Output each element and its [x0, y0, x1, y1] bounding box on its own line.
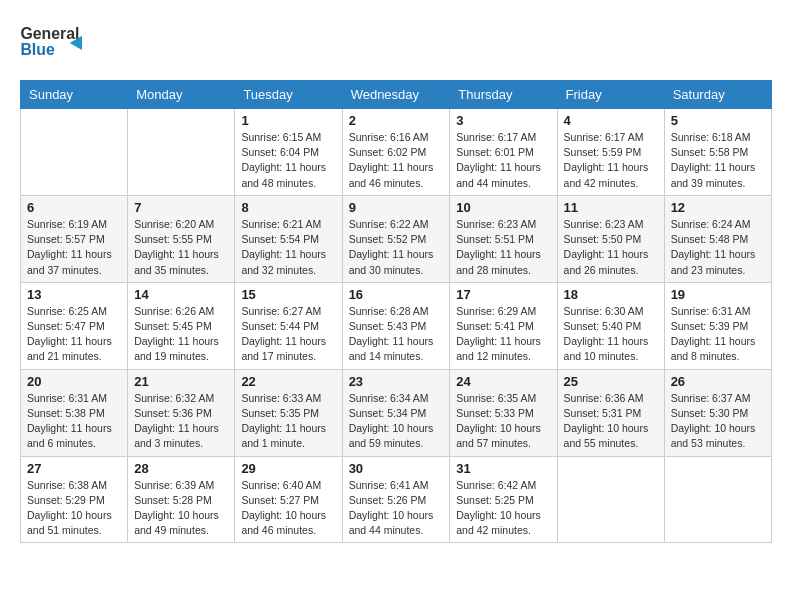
- header-friday: Friday: [557, 81, 664, 109]
- day-number: 24: [456, 374, 550, 389]
- day-cell: 10Sunrise: 6:23 AM Sunset: 5:51 PM Dayli…: [450, 195, 557, 282]
- day-cell: 21Sunrise: 6:32 AM Sunset: 5:36 PM Dayli…: [128, 369, 235, 456]
- day-info: Sunrise: 6:17 AM Sunset: 6:01 PM Dayligh…: [456, 130, 550, 191]
- day-info: Sunrise: 6:32 AM Sunset: 5:36 PM Dayligh…: [134, 391, 228, 452]
- day-number: 20: [27, 374, 121, 389]
- day-info: Sunrise: 6:21 AM Sunset: 5:54 PM Dayligh…: [241, 217, 335, 278]
- day-cell: 11Sunrise: 6:23 AM Sunset: 5:50 PM Dayli…: [557, 195, 664, 282]
- day-cell: 29Sunrise: 6:40 AM Sunset: 5:27 PM Dayli…: [235, 456, 342, 543]
- day-number: 14: [134, 287, 228, 302]
- day-number: 9: [349, 200, 444, 215]
- week-row-2: 13Sunrise: 6:25 AM Sunset: 5:47 PM Dayli…: [21, 282, 772, 369]
- day-number: 12: [671, 200, 765, 215]
- day-info: Sunrise: 6:25 AM Sunset: 5:47 PM Dayligh…: [27, 304, 121, 365]
- day-cell: 27Sunrise: 6:38 AM Sunset: 5:29 PM Dayli…: [21, 456, 128, 543]
- day-number: 13: [27, 287, 121, 302]
- svg-text:Blue: Blue: [20, 41, 54, 58]
- day-number: 5: [671, 113, 765, 128]
- day-info: Sunrise: 6:31 AM Sunset: 5:39 PM Dayligh…: [671, 304, 765, 365]
- day-number: 3: [456, 113, 550, 128]
- day-info: Sunrise: 6:29 AM Sunset: 5:41 PM Dayligh…: [456, 304, 550, 365]
- day-number: 2: [349, 113, 444, 128]
- calendar-table: SundayMondayTuesdayWednesdayThursdayFrid…: [20, 80, 772, 543]
- day-info: Sunrise: 6:27 AM Sunset: 5:44 PM Dayligh…: [241, 304, 335, 365]
- day-number: 16: [349, 287, 444, 302]
- day-info: Sunrise: 6:40 AM Sunset: 5:27 PM Dayligh…: [241, 478, 335, 539]
- day-cell: [664, 456, 771, 543]
- day-number: 23: [349, 374, 444, 389]
- day-cell: 6Sunrise: 6:19 AM Sunset: 5:57 PM Daylig…: [21, 195, 128, 282]
- day-info: Sunrise: 6:28 AM Sunset: 5:43 PM Dayligh…: [349, 304, 444, 365]
- day-info: Sunrise: 6:18 AM Sunset: 5:58 PM Dayligh…: [671, 130, 765, 191]
- day-info: Sunrise: 6:23 AM Sunset: 5:50 PM Dayligh…: [564, 217, 658, 278]
- day-cell: 14Sunrise: 6:26 AM Sunset: 5:45 PM Dayli…: [128, 282, 235, 369]
- day-info: Sunrise: 6:20 AM Sunset: 5:55 PM Dayligh…: [134, 217, 228, 278]
- day-cell: 16Sunrise: 6:28 AM Sunset: 5:43 PM Dayli…: [342, 282, 450, 369]
- day-cell: 17Sunrise: 6:29 AM Sunset: 5:41 PM Dayli…: [450, 282, 557, 369]
- day-info: Sunrise: 6:38 AM Sunset: 5:29 PM Dayligh…: [27, 478, 121, 539]
- day-info: Sunrise: 6:35 AM Sunset: 5:33 PM Dayligh…: [456, 391, 550, 452]
- day-info: Sunrise: 6:22 AM Sunset: 5:52 PM Dayligh…: [349, 217, 444, 278]
- day-info: Sunrise: 6:30 AM Sunset: 5:40 PM Dayligh…: [564, 304, 658, 365]
- day-cell: 8Sunrise: 6:21 AM Sunset: 5:54 PM Daylig…: [235, 195, 342, 282]
- day-number: 28: [134, 461, 228, 476]
- day-number: 17: [456, 287, 550, 302]
- day-cell: 25Sunrise: 6:36 AM Sunset: 5:31 PM Dayli…: [557, 369, 664, 456]
- day-cell: [557, 456, 664, 543]
- day-number: 7: [134, 200, 228, 215]
- week-row-3: 20Sunrise: 6:31 AM Sunset: 5:38 PM Dayli…: [21, 369, 772, 456]
- day-cell: 30Sunrise: 6:41 AM Sunset: 5:26 PM Dayli…: [342, 456, 450, 543]
- day-info: Sunrise: 6:42 AM Sunset: 5:25 PM Dayligh…: [456, 478, 550, 539]
- day-cell: [21, 109, 128, 196]
- day-cell: 23Sunrise: 6:34 AM Sunset: 5:34 PM Dayli…: [342, 369, 450, 456]
- header-thursday: Thursday: [450, 81, 557, 109]
- day-number: 31: [456, 461, 550, 476]
- day-cell: 19Sunrise: 6:31 AM Sunset: 5:39 PM Dayli…: [664, 282, 771, 369]
- day-cell: 20Sunrise: 6:31 AM Sunset: 5:38 PM Dayli…: [21, 369, 128, 456]
- day-info: Sunrise: 6:39 AM Sunset: 5:28 PM Dayligh…: [134, 478, 228, 539]
- header-wednesday: Wednesday: [342, 81, 450, 109]
- header-saturday: Saturday: [664, 81, 771, 109]
- day-info: Sunrise: 6:17 AM Sunset: 5:59 PM Dayligh…: [564, 130, 658, 191]
- day-cell: 18Sunrise: 6:30 AM Sunset: 5:40 PM Dayli…: [557, 282, 664, 369]
- day-cell: 31Sunrise: 6:42 AM Sunset: 5:25 PM Dayli…: [450, 456, 557, 543]
- day-cell: 28Sunrise: 6:39 AM Sunset: 5:28 PM Dayli…: [128, 456, 235, 543]
- day-info: Sunrise: 6:33 AM Sunset: 5:35 PM Dayligh…: [241, 391, 335, 452]
- day-cell: 2Sunrise: 6:16 AM Sunset: 6:02 PM Daylig…: [342, 109, 450, 196]
- day-info: Sunrise: 6:34 AM Sunset: 5:34 PM Dayligh…: [349, 391, 444, 452]
- day-number: 22: [241, 374, 335, 389]
- day-cell: 7Sunrise: 6:20 AM Sunset: 5:55 PM Daylig…: [128, 195, 235, 282]
- day-info: Sunrise: 6:23 AM Sunset: 5:51 PM Dayligh…: [456, 217, 550, 278]
- day-info: Sunrise: 6:41 AM Sunset: 5:26 PM Dayligh…: [349, 478, 444, 539]
- header-sunday: Sunday: [21, 81, 128, 109]
- day-info: Sunrise: 6:16 AM Sunset: 6:02 PM Dayligh…: [349, 130, 444, 191]
- day-info: Sunrise: 6:26 AM Sunset: 5:45 PM Dayligh…: [134, 304, 228, 365]
- day-cell: 5Sunrise: 6:18 AM Sunset: 5:58 PM Daylig…: [664, 109, 771, 196]
- day-number: 30: [349, 461, 444, 476]
- logo: General Blue: [20, 20, 100, 64]
- day-cell: [128, 109, 235, 196]
- day-cell: 1Sunrise: 6:15 AM Sunset: 6:04 PM Daylig…: [235, 109, 342, 196]
- svg-text:General: General: [20, 25, 79, 42]
- day-cell: 24Sunrise: 6:35 AM Sunset: 5:33 PM Dayli…: [450, 369, 557, 456]
- day-info: Sunrise: 6:24 AM Sunset: 5:48 PM Dayligh…: [671, 217, 765, 278]
- week-row-4: 27Sunrise: 6:38 AM Sunset: 5:29 PM Dayli…: [21, 456, 772, 543]
- day-info: Sunrise: 6:37 AM Sunset: 5:30 PM Dayligh…: [671, 391, 765, 452]
- day-number: 19: [671, 287, 765, 302]
- day-number: 1: [241, 113, 335, 128]
- day-cell: 4Sunrise: 6:17 AM Sunset: 5:59 PM Daylig…: [557, 109, 664, 196]
- day-info: Sunrise: 6:15 AM Sunset: 6:04 PM Dayligh…: [241, 130, 335, 191]
- week-row-0: 1Sunrise: 6:15 AM Sunset: 6:04 PM Daylig…: [21, 109, 772, 196]
- day-cell: 3Sunrise: 6:17 AM Sunset: 6:01 PM Daylig…: [450, 109, 557, 196]
- day-number: 26: [671, 374, 765, 389]
- day-cell: 26Sunrise: 6:37 AM Sunset: 5:30 PM Dayli…: [664, 369, 771, 456]
- day-info: Sunrise: 6:31 AM Sunset: 5:38 PM Dayligh…: [27, 391, 121, 452]
- day-info: Sunrise: 6:36 AM Sunset: 5:31 PM Dayligh…: [564, 391, 658, 452]
- day-number: 10: [456, 200, 550, 215]
- header-monday: Monday: [128, 81, 235, 109]
- header-tuesday: Tuesday: [235, 81, 342, 109]
- day-number: 21: [134, 374, 228, 389]
- day-cell: 13Sunrise: 6:25 AM Sunset: 5:47 PM Dayli…: [21, 282, 128, 369]
- page-header: General Blue: [20, 20, 772, 64]
- day-cell: 9Sunrise: 6:22 AM Sunset: 5:52 PM Daylig…: [342, 195, 450, 282]
